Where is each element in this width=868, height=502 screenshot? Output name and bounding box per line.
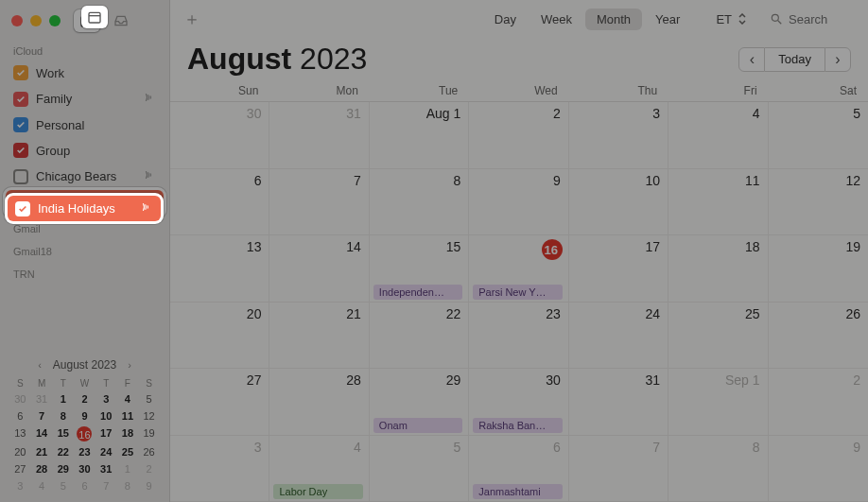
search-field[interactable] <box>770 12 855 26</box>
day-cell[interactable]: 7 <box>569 436 668 503</box>
mini-day[interactable]: 4 <box>117 392 139 406</box>
minimize-window-button[interactable] <box>30 15 42 26</box>
mini-day[interactable]: 31 <box>31 392 53 406</box>
mini-day[interactable]: 9 <box>138 479 160 493</box>
close-window-button[interactable] <box>11 15 23 26</box>
day-cell[interactable]: 4 <box>668 102 768 169</box>
mini-day[interactable]: 8 <box>117 479 139 493</box>
event-pill[interactable]: Labor Day <box>273 484 362 499</box>
event-pill[interactable]: Parsi New Y… <box>473 285 562 300</box>
mini-day[interactable]: 8 <box>52 409 74 423</box>
day-cell[interactable]: 31 <box>269 102 369 169</box>
mini-day[interactable]: 29 <box>52 462 74 476</box>
mini-day[interactable]: 4 <box>31 479 53 493</box>
mini-day[interactable]: 28 <box>31 462 53 476</box>
day-cell[interactable]: 18 <box>668 235 768 303</box>
event-pill[interactable]: Janmashtami <box>473 484 562 499</box>
mini-day[interactable]: 5 <box>52 479 74 493</box>
mini-day[interactable]: 21 <box>31 445 53 459</box>
day-cell[interactable]: 8 <box>370 169 469 236</box>
event-pill[interactable]: Onam <box>373 418 462 433</box>
mini-day[interactable]: 6 <box>9 409 31 423</box>
calendar-checkbox[interactable] <box>13 117 28 132</box>
day-cell[interactable]: 19 <box>769 235 868 303</box>
next-month-button[interactable]: › <box>825 47 851 72</box>
day-cell[interactable]: 4Labor Day <box>269 436 369 503</box>
sidebar-item-india-holidays[interactable]: India Holidays <box>8 196 161 221</box>
day-cell[interactable]: 2 <box>769 369 868 436</box>
sidebar-item-work[interactable]: Work <box>6 61 164 85</box>
calendar-checkbox[interactable] <box>13 169 28 184</box>
prev-month-button[interactable]: ‹ <box>738 47 765 72</box>
day-cell[interactable]: 31 <box>569 369 668 436</box>
mini-day[interactable]: 1 <box>52 392 74 406</box>
mini-day[interactable]: 20 <box>9 445 31 459</box>
day-cell[interactable]: 21 <box>269 303 369 370</box>
view-year[interactable]: Year <box>644 9 691 30</box>
mini-day[interactable]: 1 <box>117 462 139 476</box>
sidebar-item-family[interactable]: Family <box>6 86 164 112</box>
mini-next-month[interactable]: › <box>124 357 135 372</box>
mini-day[interactable]: 3 <box>95 392 117 406</box>
day-cell[interactable]: 27 <box>170 369 269 436</box>
new-event-button[interactable]: ＋ <box>183 8 200 30</box>
day-cell[interactable]: 30Raksha Ban… <box>469 369 568 436</box>
day-cell[interactable]: 23 <box>469 303 568 370</box>
mini-day[interactable]: 31 <box>95 462 117 476</box>
day-cell[interactable]: Sep 1 <box>668 369 768 436</box>
day-cell[interactable]: 3 <box>170 436 269 503</box>
mini-day[interactable]: 12 <box>138 409 160 423</box>
mini-day[interactable]: 2 <box>74 392 95 406</box>
mini-day[interactable]: 14 <box>31 426 53 441</box>
mini-day[interactable]: 17 <box>95 426 117 441</box>
day-cell[interactable]: 9 <box>469 169 568 236</box>
mini-day[interactable]: 19 <box>138 426 160 441</box>
mini-day[interactable]: 24 <box>95 445 117 459</box>
mini-day[interactable]: 11 <box>117 409 139 423</box>
sidebar-item-group[interactable]: Group <box>6 138 164 163</box>
day-cell[interactable]: 8 <box>668 436 768 503</box>
mini-day[interactable]: 18 <box>117 426 139 441</box>
day-cell[interactable]: 11 <box>668 169 768 236</box>
mini-day[interactable]: 7 <box>95 479 117 493</box>
day-cell[interactable]: 15Independen… <box>370 235 469 303</box>
timezone-picker[interactable]: ET <box>716 12 747 26</box>
day-cell[interactable]: 6 <box>170 169 269 236</box>
event-pill[interactable]: Raksha Ban… <box>473 418 562 433</box>
day-cell[interactable]: 5 <box>769 102 868 169</box>
calendar-checkbox[interactable] <box>15 201 30 216</box>
mini-day[interactable]: 13 <box>9 426 31 441</box>
day-cell[interactable]: 28 <box>269 369 369 436</box>
mini-day[interactable]: 15 <box>52 426 74 441</box>
mini-day[interactable]: 27 <box>9 462 31 476</box>
day-cell[interactable]: 2 <box>469 102 568 169</box>
event-pill[interactable]: Independen… <box>373 285 462 300</box>
today-button[interactable]: Today <box>765 47 825 72</box>
mini-day[interactable]: 25 <box>117 445 139 459</box>
mini-day[interactable]: 16 <box>77 426 92 441</box>
mini-day[interactable]: 9 <box>74 409 95 423</box>
day-cell[interactable]: 20 <box>170 303 269 370</box>
view-month[interactable]: Month <box>585 9 642 30</box>
day-cell[interactable]: 24 <box>569 303 668 370</box>
mini-day[interactable]: 2 <box>138 462 160 476</box>
sidebar-item-chicago-bears[interactable]: Chicago Bears <box>6 164 164 189</box>
calendar-checkbox[interactable] <box>13 92 28 107</box>
day-cell[interactable]: 22 <box>370 303 469 370</box>
mini-day[interactable]: 7 <box>31 409 53 423</box>
day-cell[interactable]: 29Onam <box>370 369 469 436</box>
day-cell[interactable]: 12 <box>769 169 868 236</box>
day-cell[interactable]: 14 <box>269 235 369 303</box>
day-cell[interactable]: 5 <box>370 436 469 503</box>
day-cell[interactable]: 17 <box>569 235 668 303</box>
day-cell[interactable]: 6Janmashtami <box>469 436 568 503</box>
day-cell[interactable]: 13 <box>170 235 269 303</box>
day-cell[interactable]: 7 <box>269 169 369 236</box>
mini-day[interactable]: 30 <box>74 462 95 476</box>
calendars-toggle-button[interactable] <box>74 9 100 32</box>
sidebar-item-personal[interactable]: Personal <box>6 113 164 137</box>
view-week[interactable]: Week <box>529 9 583 30</box>
day-cell[interactable]: 9 <box>769 436 868 503</box>
view-day[interactable]: Day <box>483 9 528 30</box>
calendar-checkbox[interactable] <box>13 65 28 80</box>
